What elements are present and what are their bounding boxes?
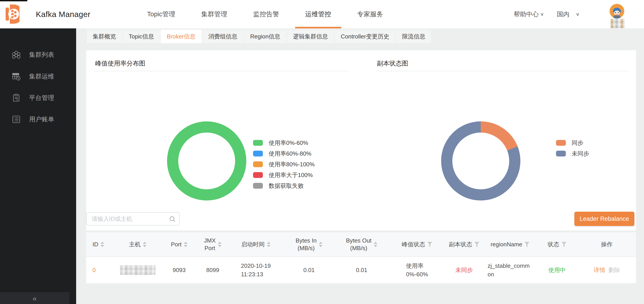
tab-region-info[interactable]: Region信息	[244, 29, 286, 44]
replica-status-donut-chart	[441, 121, 520, 200]
sort-icon[interactable]	[374, 242, 377, 247]
col-header-bytes-in[interactable]: Bytes In (MB/s)	[284, 232, 334, 256]
sidebar-collapse-button[interactable]: «	[0, 292, 70, 304]
tab-consumer-group-info[interactable]: 消费组信息	[202, 29, 244, 44]
legend-item[interactable]: 使用率80%-100%	[253, 159, 314, 170]
legend-item[interactable]: 使用率大于100%	[253, 170, 314, 180]
sort-icon[interactable]	[184, 242, 188, 247]
legend-label: 使用率80%-100%	[269, 160, 314, 168]
col-header-bytes-out[interactable]: Bytes Out (MB/s)	[334, 232, 390, 256]
col-label: Bytes Out (MB/s)	[346, 237, 372, 252]
sidebar-item-label: 用户账单	[29, 115, 54, 124]
user-avatar[interactable]	[610, 4, 624, 18]
legend-label: 使用率大于100%	[269, 171, 313, 179]
leader-rebalance-button[interactable]: Leader Rebalance	[574, 212, 634, 226]
filter-icon[interactable]	[562, 242, 566, 247]
status-value: 使用中	[548, 266, 566, 274]
legend-label: 使用率0%-60%	[269, 139, 308, 147]
region-selector[interactable]: 国内 ∨	[557, 0, 580, 28]
nav-cluster-manage[interactable]: 集群管理	[201, 0, 227, 28]
filter-icon[interactable]	[524, 242, 529, 247]
legend-swatch	[253, 183, 263, 189]
legend-item[interactable]: 使用率0%-60%	[253, 138, 314, 148]
sidebar-item-platform-manage[interactable]: 平台管理	[0, 91, 76, 105]
col-label: 启动时间	[242, 241, 265, 248]
donut-hole	[452, 133, 509, 189]
sidebar-item-cluster-ops[interactable]: $ 集群运维	[0, 69, 76, 84]
cell-bytes-out: 0.01	[334, 257, 390, 283]
cell-start-time: 2020-10-19 11:23:13	[227, 257, 284, 283]
detail-link[interactable]: 详情	[594, 266, 605, 274]
tab-broker-info[interactable]: Broker信息	[160, 29, 202, 44]
col-label: regionName	[490, 241, 522, 248]
delete-link[interactable]: 删除	[608, 266, 620, 274]
region-label: 国内	[557, 10, 570, 18]
legend-label: 未同步	[572, 150, 589, 157]
col-header-jmx-port[interactable]: JMX Port	[198, 232, 227, 256]
tab-cluster-overview[interactable]: 集群概览	[86, 29, 122, 44]
legend-label: 使用率60%-80%	[269, 150, 312, 157]
platform-manage-icon	[12, 94, 20, 102]
tab-topic-info[interactable]: Topic信息	[122, 29, 160, 44]
sort-icon[interactable]	[100, 242, 104, 247]
cell-replica-status: 未同步	[444, 257, 484, 283]
nav-topic-manage[interactable]: Topic管理	[147, 0, 175, 28]
filter-icon[interactable]	[428, 242, 432, 247]
help-center-menu[interactable]: 帮助中心 ∨	[514, 0, 544, 28]
col-header-peak-status[interactable]: 峰值状态	[390, 232, 444, 256]
main-content: 集群概览 Topic信息 Broker信息 消费组信息 Region信息 逻辑集…	[76, 28, 644, 304]
sort-icon[interactable]	[218, 242, 222, 247]
legend-swatch	[556, 151, 566, 156]
legend-swatch	[253, 151, 263, 156]
col-header-port[interactable]: Port	[160, 232, 198, 256]
col-header-id[interactable]: ID	[86, 232, 115, 256]
broker-table: ID 主机 Port JMX Port 启动时间 Bytes In (MB/s)	[86, 232, 636, 283]
col-header-host[interactable]: 主机	[115, 232, 160, 256]
chart-title: 峰值使用率分布图	[95, 59, 145, 68]
search-input[interactable]	[87, 213, 179, 225]
start-time-value: 2020-10-19 11:23:13	[241, 262, 271, 279]
replica-status-value: 未同步	[456, 266, 473, 274]
replica-status-legend: 同步 未同步	[556, 138, 589, 159]
legend-item[interactable]: 未同步	[556, 148, 589, 159]
tab-controller-history[interactable]: Controller变更历史	[334, 29, 396, 44]
app-header: Kafka Manager Topic管理 集群管理 监控告警 运维管控 专家服…	[0, 0, 644, 28]
peak-status-value: 使用率 0%-60%	[406, 262, 428, 279]
col-label: 主机	[129, 241, 140, 248]
cluster-detail-tabs: 集群概览 Topic信息 Broker信息 消费组信息 Region信息 逻辑集…	[86, 29, 432, 44]
peak-usage-legend: 使用率0%-60% 使用率60%-80% 使用率80%-100% 使用率大于10…	[253, 138, 314, 191]
divider	[376, 71, 628, 71]
help-center-label: 帮助中心	[514, 10, 539, 18]
legend-label: 数据获取失败	[269, 182, 304, 190]
chevron-down-icon: ∨	[576, 12, 580, 16]
sidebar-item-label: 平台管理	[29, 94, 54, 102]
tab-throttle-info[interactable]: 限流信息	[396, 29, 432, 44]
col-label: 副本状态	[449, 241, 472, 248]
nav-monitor-alert[interactable]: 监控告警	[253, 0, 279, 28]
nav-expert-service[interactable]: 专家服务	[357, 0, 383, 28]
sidebar-item-cluster-list[interactable]: 集群列表	[0, 48, 76, 62]
cell-port: 9093	[160, 257, 198, 283]
sort-icon[interactable]	[267, 242, 270, 247]
nav-ops-control[interactable]: 运维管控	[305, 0, 331, 28]
col-header-start-time[interactable]: 启动时间	[227, 232, 284, 256]
cluster-ops-icon: $	[12, 72, 20, 81]
chevron-down-icon: ∨	[540, 12, 544, 16]
cell-host	[115, 257, 160, 283]
sort-icon[interactable]	[143, 242, 146, 247]
username-censored	[611, 19, 624, 28]
search-icon[interactable]	[169, 216, 176, 222]
col-header-replica-status[interactable]: 副本状态	[444, 232, 484, 256]
col-header-status[interactable]: 状态	[536, 232, 578, 256]
sidebar-item-user-billing[interactable]: 用户账单	[0, 112, 76, 127]
legend-item[interactable]: 同步	[556, 138, 589, 148]
tab-logic-cluster-info[interactable]: 逻辑集群信息	[286, 29, 334, 44]
legend-swatch	[253, 161, 263, 167]
filter-icon[interactable]	[474, 242, 480, 247]
sort-icon[interactable]	[319, 242, 322, 247]
broker-id-link[interactable]: 0	[92, 266, 96, 274]
legend-item[interactable]: 使用率60%-80%	[253, 148, 314, 159]
app-title: Kafka Manager	[36, 0, 90, 28]
legend-item[interactable]: 数据获取失败	[253, 180, 314, 191]
col-header-region-name[interactable]: regionName	[484, 232, 536, 256]
